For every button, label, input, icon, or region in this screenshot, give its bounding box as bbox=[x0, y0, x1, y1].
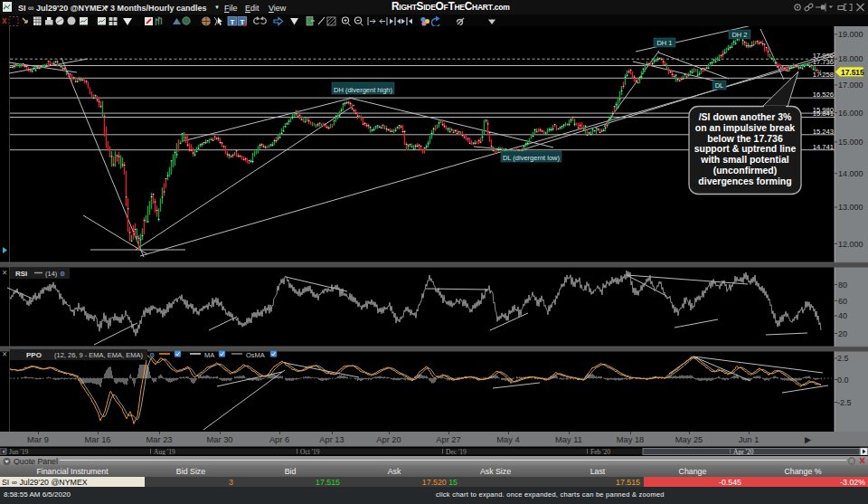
svg-text:DH 1: DH 1 bbox=[656, 39, 672, 47]
svg-text:⚙: ⚙ bbox=[149, 352, 155, 358]
svg-text:17.736: 17.736 bbox=[813, 58, 834, 66]
svg-text:Mar 9: Mar 9 bbox=[27, 435, 49, 444]
svg-text:T: T bbox=[231, 18, 235, 26]
svg-text:MA: MA bbox=[204, 351, 214, 359]
svg-text:Apr 13: Apr 13 bbox=[319, 435, 344, 444]
svg-text:20: 20 bbox=[838, 329, 847, 338]
svg-text:Apr 27: Apr 27 bbox=[436, 435, 460, 444]
svg-text:0.0: 0.0 bbox=[837, 376, 849, 385]
svg-text:RSI: RSI bbox=[15, 270, 27, 278]
svg-text:14.000: 14.000 bbox=[838, 169, 863, 178]
svg-text:DH (divergent high): DH (divergent high) bbox=[334, 86, 393, 94]
svg-text:16.000: 16.000 bbox=[838, 109, 863, 118]
svg-text:Jun 1: Jun 1 bbox=[739, 435, 760, 444]
svg-text:17.000: 17.000 bbox=[838, 81, 863, 90]
svg-text:✕: ✕ bbox=[2, 269, 7, 277]
svg-text:(14): (14) bbox=[45, 270, 58, 278]
svg-text:May 4: May 4 bbox=[496, 435, 519, 444]
svg-text:16.526: 16.526 bbox=[813, 90, 834, 99]
svg-text:15.841: 15.841 bbox=[813, 109, 834, 118]
svg-text:Apr '20: Apr '20 bbox=[733, 448, 754, 456]
svg-text:OsMA: OsMA bbox=[246, 351, 265, 359]
svg-text:May 18: May 18 bbox=[617, 435, 645, 444]
svg-text:13.000: 13.000 bbox=[838, 203, 863, 212]
svg-text:DL (divergernt low): DL (divergernt low) bbox=[503, 154, 561, 162]
svg-text:divergences forming: divergences forming bbox=[698, 176, 791, 186]
svg-text:Dec '19: Dec '19 bbox=[446, 448, 467, 456]
svg-text:-2.5: -2.5 bbox=[837, 398, 852, 407]
svg-text:with small potential: with small potential bbox=[700, 154, 789, 165]
svg-text:(unconfirmed): (unconfirmed) bbox=[713, 165, 778, 176]
svg-text:PPO: PPO bbox=[26, 351, 42, 359]
svg-text:60: 60 bbox=[838, 297, 847, 306]
svg-text:DL: DL bbox=[715, 81, 724, 90]
svg-text:⚙: ⚙ bbox=[60, 271, 65, 277]
svg-text:12.000: 12.000 bbox=[838, 240, 863, 249]
svg-text:Jun '19: Jun '19 bbox=[9, 448, 28, 456]
svg-text:below the 17.736: below the 17.736 bbox=[707, 133, 783, 144]
svg-text:Apr 6: Apr 6 bbox=[269, 435, 289, 444]
svg-text:Oct '19: Oct '19 bbox=[300, 448, 320, 456]
svg-text:(12, 26, 9 - EMA, EMA, EMA): (12, 26, 9 - EMA, EMA, EMA) bbox=[54, 351, 143, 359]
svg-text:May 11: May 11 bbox=[555, 435, 582, 444]
svg-text:18.000: 18.000 bbox=[838, 54, 863, 63]
svg-text:17.515: 17.515 bbox=[841, 68, 864, 77]
svg-text:Mar 30: Mar 30 bbox=[207, 435, 233, 444]
svg-text:19.000: 19.000 bbox=[838, 30, 863, 39]
svg-text:40: 40 bbox=[838, 311, 847, 320]
svg-text:17.258: 17.258 bbox=[813, 71, 834, 79]
svg-text:14.741: 14.741 bbox=[813, 143, 834, 151]
svg-text:on an impulsive break: on an impulsive break bbox=[695, 122, 795, 133]
svg-text:Feb '20: Feb '20 bbox=[590, 448, 610, 456]
svg-text:15.243: 15.243 bbox=[813, 128, 834, 136]
svg-text:Mar 16: Mar 16 bbox=[85, 435, 111, 444]
svg-text:May 25: May 25 bbox=[675, 435, 703, 444]
svg-text:Aug '19: Aug '19 bbox=[154, 448, 175, 456]
svg-text:Mar 23: Mar 23 bbox=[146, 435, 173, 444]
svg-text:80: 80 bbox=[838, 281, 847, 290]
svg-text:Apr 20: Apr 20 bbox=[376, 435, 401, 444]
svg-text:▶: ▶ bbox=[805, 435, 812, 444]
svg-text:✕: ✕ bbox=[2, 350, 7, 358]
svg-text:2.5: 2.5 bbox=[837, 354, 849, 363]
svg-text:/SI down another 3%: /SI down another 3% bbox=[699, 111, 792, 122]
svg-text:DH 2: DH 2 bbox=[731, 31, 747, 39]
svg-text:support & uptrend line: support & uptrend line bbox=[694, 143, 797, 154]
svg-text:15.000: 15.000 bbox=[838, 138, 863, 147]
